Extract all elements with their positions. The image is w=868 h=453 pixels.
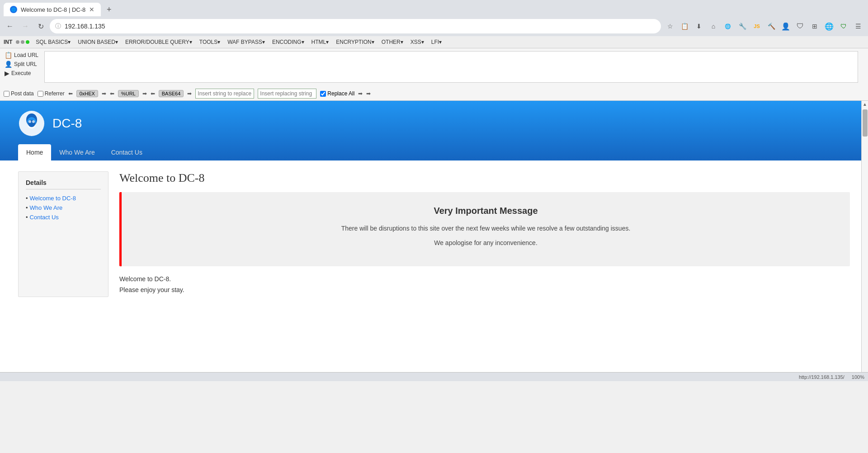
page-title: Welcome to DC-8: [119, 171, 850, 185]
split-url-icon: 👤: [5, 61, 12, 68]
hackbar-int-label[interactable]: INT: [4, 39, 12, 45]
load-url-label: Load URL: [14, 52, 38, 58]
nav-home[interactable]: Home: [18, 144, 51, 160]
avatar-button[interactable]: 👤: [779, 20, 792, 33]
menu-sql-basics[interactable]: SQL BASICS▾: [33, 38, 73, 46]
hackbar-textarea-wrap: [44, 49, 858, 86]
footer-text2: Please enjoy your stay.: [119, 286, 850, 293]
insert-replace-input[interactable]: [195, 89, 254, 99]
main-content: Welcome to DC-8 Very Important Message T…: [119, 171, 850, 297]
arrow-right-5: ➡: [366, 90, 371, 97]
reload-button[interactable]: ↻: [34, 20, 47, 33]
site-content: Details Welcome to DC-8 Who We Are Conta…: [0, 160, 868, 308]
menu-tools[interactable]: TOOLS▾: [197, 38, 223, 46]
nav-who-we-are[interactable]: Who We Are: [51, 144, 103, 160]
url-input[interactable]: [65, 23, 656, 30]
url-encode-button[interactable]: %URL: [118, 90, 139, 97]
footer-text1: Welcome to DC-8.: [119, 275, 850, 283]
referrer-checkbox[interactable]: Referrer: [38, 90, 65, 97]
js-button[interactable]: JS: [750, 20, 763, 33]
sidebar-link-who[interactable]: Who We Are: [26, 204, 101, 211]
menu-error-double[interactable]: ERROR/DOUBLE QUERY▾: [123, 38, 195, 46]
0xhex-button[interactable]: 0xHEX: [76, 90, 98, 97]
notice-text2: We apologise for any inconvenience.: [131, 238, 841, 248]
referrer-label: Referrer: [45, 90, 65, 97]
cookie-button[interactable]: 🛡: [794, 20, 807, 33]
load-url-icon: 📋: [5, 52, 12, 59]
menu-waf-bypass[interactable]: WAF BYPASS▾: [225, 38, 268, 46]
notice-box: Very Important Message There will be dis…: [119, 192, 850, 266]
insert-replacing-input[interactable]: [258, 89, 316, 99]
dot-green: [26, 40, 29, 44]
tab-manager-button[interactable]: ⊞: [808, 20, 821, 33]
extension1-button[interactable]: 🌐: [722, 20, 734, 33]
back-button[interactable]: ←: [4, 20, 16, 33]
hackbar-options-row: Post data Referrer ⬅ 0xHEX ➡ ⬅ %URL ➡ ⬅ …: [0, 87, 868, 100]
arrow-right-1: ➡: [102, 90, 106, 97]
vertical-scrollbar[interactable]: ▲: [861, 101, 868, 372]
forward-button[interactable]: →: [19, 20, 32, 33]
scroll-up-arrow[interactable]: ▲: [862, 101, 868, 108]
shield-button[interactable]: 🛡: [837, 20, 850, 33]
nav-contact-us[interactable]: Contact Us: [103, 144, 151, 160]
sidebar-link-welcome[interactable]: Welcome to DC-8: [26, 195, 101, 202]
sidebar-link-contact[interactable]: Contact Us: [26, 214, 101, 221]
download-button[interactable]: ⬇: [693, 20, 705, 33]
base64-button[interactable]: BASE64: [159, 90, 184, 97]
scroll-thumb[interactable]: [863, 109, 868, 137]
site-wrapper: DC-8 Home Who We Are Contact Us Details …: [0, 101, 868, 372]
notice-text1: There will be disruptions to this site o…: [131, 223, 841, 233]
status-zoom: 100%: [852, 374, 864, 380]
arrow-right-2: ➡: [142, 90, 147, 97]
site-header: DC-8 Home Who We Are Contact Us: [0, 101, 868, 160]
split-url-label: Split URL: [14, 61, 37, 67]
post-data-input[interactable]: [4, 91, 9, 97]
dot-gray2: [21, 40, 24, 44]
replace-all-checkbox[interactable]: Replace All: [320, 90, 354, 97]
post-data-checkbox[interactable]: Post data: [4, 90, 34, 97]
menu-xss[interactable]: XSS▾: [408, 38, 427, 46]
drupal-logo-icon: [18, 110, 45, 137]
site-outer-wrap: DC-8 Home Who We Are Contact Us Details …: [0, 101, 868, 372]
split-url-button[interactable]: 👤 Split URL: [4, 60, 44, 68]
menu-button[interactable]: ☰: [852, 20, 864, 33]
pentest-button[interactable]: 🔨: [765, 20, 778, 33]
load-url-button[interactable]: 📋 Load URL: [4, 51, 44, 59]
browser-toolbar: ☆ 📋 ⬇ ⌂ 🌐 🔧 JS 🔨 👤 🛡 ⊞ 🌐 🛡 ☰: [664, 20, 864, 33]
arrow-right-3: ➡: [187, 90, 192, 97]
menu-html[interactable]: HTML▾: [309, 38, 332, 46]
replace-all-label: Replace All: [327, 90, 354, 97]
sidebar-title: Details: [26, 179, 101, 189]
lock-icon: ⓘ: [55, 22, 61, 30]
menu-lfi[interactable]: LFI▾: [429, 38, 444, 46]
replace-all-input[interactable]: [320, 91, 326, 97]
new-tab-button[interactable]: +: [103, 3, 115, 16]
extension2-button[interactable]: 🔧: [736, 20, 749, 33]
arrow-right-4: ➡: [358, 90, 363, 97]
tab-close-button[interactable]: ✕: [89, 6, 94, 13]
hackbar-actions: 📋 Load URL 👤 Split URL ▶ Execute: [4, 49, 44, 79]
hackbar-toolbar: 📋 Load URL 👤 Split URL ▶ Execute: [0, 48, 868, 87]
site-name: DC-8: [52, 116, 82, 131]
referrer-input[interactable]: [38, 91, 43, 97]
menu-encoding[interactable]: ENCODING▾: [269, 38, 307, 46]
sidebar: Details Welcome to DC-8 Who We Are Conta…: [18, 171, 108, 297]
home-button[interactable]: ⌂: [707, 20, 720, 33]
readonly-button[interactable]: 📋: [678, 20, 691, 33]
site-logo-area: DC-8: [18, 110, 850, 144]
menu-union-based[interactable]: UNION BASED▾: [75, 38, 121, 46]
arrow-left-3: ⬅: [151, 90, 155, 97]
execute-label: Execute: [11, 70, 31, 76]
menu-other[interactable]: OTHER▾: [379, 38, 406, 46]
notice-title: Very Important Message: [131, 206, 841, 216]
hackbar-textarea[interactable]: [44, 51, 858, 83]
arrow-left-2: ⬅: [110, 90, 114, 97]
arrow-left-1: ⬅: [68, 90, 73, 97]
hackbar-menu: INT SQL BASICS▾ UNION BASED▾ ERROR/DOUBL…: [0, 36, 868, 48]
address-bar[interactable]: ⓘ: [50, 19, 661, 33]
execute-button[interactable]: ▶ Execute: [4, 69, 44, 77]
bookmark-button[interactable]: ☆: [664, 20, 676, 33]
browser-tab[interactable]: 🌐 Welcome to DC-8 | DC-8 ✕: [4, 3, 101, 16]
menu-encryption[interactable]: ENCRYPTION▾: [333, 38, 377, 46]
extension5-button[interactable]: 🌐: [823, 20, 835, 33]
